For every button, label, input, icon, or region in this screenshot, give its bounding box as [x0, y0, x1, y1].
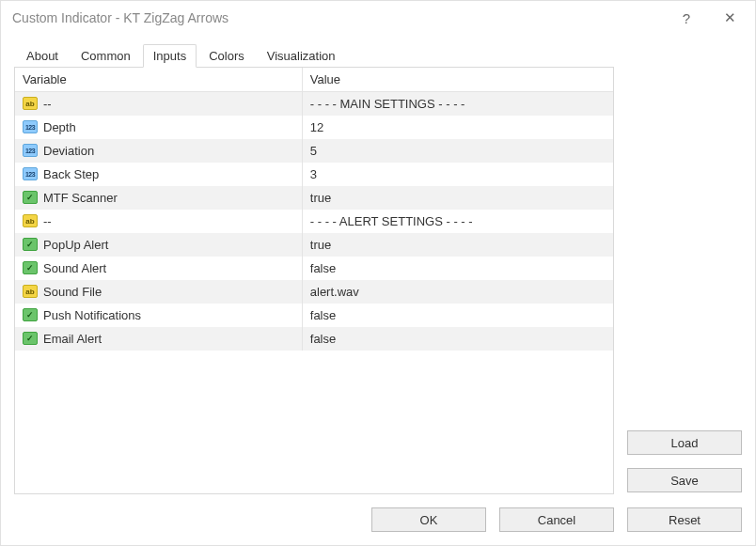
variable-cell: ab--	[15, 210, 302, 233]
tab-inputs[interactable]: Inputs	[143, 44, 197, 68]
ab-type-icon: ab	[23, 214, 38, 227]
variable-cell: ✓Push Notifications	[15, 304, 302, 327]
dialog-body: AboutCommonInputsColorsVisualization Var…	[1, 35, 755, 545]
variable-name: --	[43, 214, 52, 228]
variable-cell: 123Deviation	[15, 139, 302, 163]
tab-strip: AboutCommonInputsColorsVisualization	[14, 44, 742, 68]
inputs-table: Variable Value ab--- - - - MAIN SETTINGS…	[14, 67, 614, 494]
variable-name: Sound File	[43, 285, 102, 299]
help-icon[interactable]: ?	[665, 3, 708, 33]
ab-type-icon: ab	[23, 285, 38, 298]
table-row[interactable]: ✓Sound Alertfalse	[15, 257, 613, 280]
bool-type-icon: ✓	[23, 308, 38, 321]
table-row[interactable]: 123Back Step3	[15, 163, 613, 186]
variable-cell: ab--	[15, 92, 302, 116]
variable-cell: ✓Email Alert	[15, 327, 302, 351]
variable-name: Depth	[43, 120, 76, 134]
variable-name: Sound Alert	[43, 261, 106, 275]
value-cell[interactable]: - - - - ALERT SETTINGS - - - -	[302, 210, 613, 233]
reset-button[interactable]: Reset	[627, 507, 742, 532]
ab-type-icon: ab	[23, 97, 38, 110]
variable-name: --	[43, 97, 52, 111]
variable-name: Deviation	[43, 144, 94, 158]
123-type-icon: 123	[23, 167, 38, 180]
dialog-window: Custom Indicator - KT ZigZag Arrows ? ✕ …	[0, 0, 756, 546]
table-row[interactable]: ✓Push Notificationsfalse	[15, 304, 613, 327]
variable-name: Back Step	[43, 167, 99, 181]
save-button[interactable]: Save	[627, 468, 742, 492]
variable-cell: 123Back Step	[15, 163, 302, 186]
table-row[interactable]: ab--- - - - MAIN SETTINGS - - - -	[15, 92, 613, 116]
load-button[interactable]: Load	[627, 430, 742, 455]
main-pane: Variable Value ab--- - - - MAIN SETTINGS…	[14, 67, 742, 494]
side-button-group: Load Save	[627, 67, 742, 494]
variable-name: PopUp Alert	[43, 238, 108, 252]
value-cell[interactable]: 3	[302, 163, 613, 186]
bool-type-icon: ✓	[23, 238, 38, 251]
table-row[interactable]: ✓PopUp Alerttrue	[15, 233, 613, 257]
titlebar: Custom Indicator - KT ZigZag Arrows ? ✕	[1, 1, 755, 35]
variable-cell: ✓Sound Alert	[15, 257, 302, 280]
col-header-variable[interactable]: Variable	[15, 68, 302, 92]
table-row[interactable]: abSound Filealert.wav	[15, 280, 613, 304]
value-cell[interactable]: false	[302, 327, 613, 351]
123-type-icon: 123	[23, 120, 38, 133]
value-cell[interactable]: false	[302, 257, 613, 280]
value-cell[interactable]: 5	[302, 139, 613, 163]
value-cell[interactable]: - - - - MAIN SETTINGS - - - -	[302, 92, 613, 116]
tab-colors[interactable]: Colors	[198, 44, 255, 68]
variable-name: Email Alert	[43, 332, 102, 346]
bool-type-icon: ✓	[23, 191, 38, 204]
value-cell[interactable]: alert.wav	[302, 280, 613, 304]
variable-cell: abSound File	[15, 280, 302, 304]
value-cell[interactable]: true	[302, 186, 613, 210]
variable-cell: ✓PopUp Alert	[15, 233, 302, 257]
tab-about[interactable]: About	[16, 44, 69, 68]
variable-name: MTF Scanner	[43, 191, 118, 205]
col-header-value[interactable]: Value	[302, 68, 613, 92]
tab-common[interactable]: Common	[71, 44, 141, 68]
close-icon[interactable]: ✕	[708, 3, 751, 33]
cancel-button[interactable]: Cancel	[499, 507, 614, 532]
123-type-icon: 123	[23, 144, 38, 157]
variable-cell: ✓MTF Scanner	[15, 186, 302, 210]
table-row[interactable]: ab--- - - - ALERT SETTINGS - - - -	[15, 210, 613, 233]
value-cell[interactable]: false	[302, 304, 613, 327]
table-row[interactable]: 123Depth12	[15, 116, 613, 139]
value-cell[interactable]: true	[302, 233, 613, 257]
table-row[interactable]: ✓Email Alertfalse	[15, 327, 613, 351]
ok-button[interactable]: OK	[371, 507, 486, 532]
footer-button-group: OK Cancel Reset	[14, 494, 742, 532]
variable-cell: 123Depth	[15, 116, 302, 139]
value-cell[interactable]: 12	[302, 116, 613, 139]
table-row[interactable]: 123Deviation5	[15, 139, 613, 163]
window-title: Custom Indicator - KT ZigZag Arrows	[12, 10, 665, 25]
table-row[interactable]: ✓MTF Scannertrue	[15, 186, 613, 210]
variable-name: Push Notifications	[43, 308, 141, 322]
bool-type-icon: ✓	[23, 261, 38, 274]
tab-visualization[interactable]: Visualization	[257, 44, 346, 68]
bool-type-icon: ✓	[23, 332, 38, 345]
